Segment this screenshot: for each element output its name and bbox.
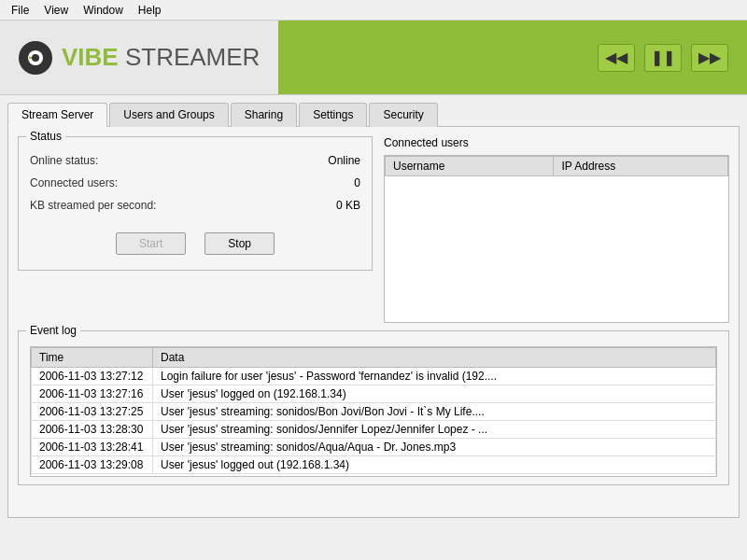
- connected-users-value: 0: [354, 176, 360, 189]
- logo-text: VIBE STREAMER: [62, 43, 260, 72]
- tab-stream-server[interactable]: Stream Server: [7, 103, 107, 127]
- online-status-value: Online: [328, 154, 360, 167]
- event-time: 2006-11-03 13:28:30: [32, 421, 153, 439]
- logo-area: VIBE STREAMER: [0, 21, 278, 94]
- event-data: User 'jesus' logged on (192.168.1.34): [153, 385, 716, 403]
- event-data: User 'jesus' logged out (192.168.1.34): [153, 456, 716, 474]
- right-panel: Connected users Username IP Address: [384, 136, 729, 323]
- online-status-label: Online status:: [30, 154, 98, 167]
- start-button[interactable]: Start: [116, 232, 186, 255]
- menu-help[interactable]: Help: [131, 2, 169, 19]
- event-log-row: 2006-11-03 13:28:30User 'jesus' streamin…: [32, 421, 716, 439]
- menu-file[interactable]: File: [4, 2, 36, 19]
- col-username: Username: [386, 157, 554, 176]
- event-log-scroll[interactable]: Time Data 2006-11-03 13:27:12Login failu…: [30, 346, 717, 477]
- tab-security[interactable]: Security: [369, 103, 437, 127]
- event-col-time: Time: [32, 348, 153, 368]
- menubar: File View Window Help: [0, 0, 747, 21]
- event-data: Login failure for user 'jesus' - Passwor…: [153, 368, 716, 385]
- logo-vibe: VIBE: [62, 43, 119, 71]
- event-time: 2006-11-03 13:27:16: [32, 385, 153, 403]
- event-table: Time Data 2006-11-03 13:27:12Login failu…: [31, 347, 716, 474]
- kb-streamed-label: KB streamed per second:: [30, 199, 156, 212]
- stop-button[interactable]: Stop: [204, 232, 275, 255]
- event-log-row: 2006-11-03 13:27:16User 'jesus' logged o…: [32, 385, 716, 403]
- menu-window[interactable]: Window: [76, 2, 131, 19]
- status-group-title: Status: [26, 130, 65, 143]
- status-row-users: Connected users: 0: [30, 175, 360, 191]
- event-log-title: Event log: [26, 324, 80, 337]
- svg-rect-2: [29, 57, 32, 59]
- event-log-wrapper[interactable]: Time Data 2006-11-03 13:27:12Login failu…: [30, 346, 717, 477]
- users-table: Username IP Address: [385, 156, 728, 176]
- event-data: User 'jesus' streaming: sonidos/Jennifer…: [153, 421, 716, 439]
- tab-users-and-groups[interactable]: Users and Groups: [109, 103, 228, 127]
- event-data: User 'jesus' streaming: sonidos/Bon Jovi…: [153, 403, 716, 421]
- event-data: User 'jesus' streaming: sonidos/Aqua/Aqu…: [153, 439, 716, 456]
- connected-users-label: Connected users:: [30, 176, 118, 189]
- logo-icon: [19, 41, 52, 75]
- next-button[interactable]: ▶▶: [691, 44, 728, 72]
- event-log-row: 2006-11-03 13:27:25User 'jesus' streamin…: [32, 403, 716, 421]
- connected-users-box: Username IP Address: [384, 155, 729, 323]
- pause-button[interactable]: ❚❚: [644, 44, 682, 72]
- status-group: Status Online status: Online Connected u…: [18, 136, 373, 271]
- status-row-online: Online status: Online: [30, 152, 360, 169]
- header: VIBE STREAMER ◀◀ ❚❚ ▶▶: [0, 21, 747, 95]
- col-ip: IP Address: [554, 157, 728, 176]
- menu-view[interactable]: View: [36, 2, 76, 19]
- prev-button[interactable]: ◀◀: [598, 44, 635, 72]
- kb-streamed-value: 0 KB: [336, 199, 360, 212]
- event-time: 2006-11-03 13:28:41: [32, 439, 153, 456]
- main-content: Stream Server Users and Groups Sharing S…: [0, 95, 747, 525]
- event-time: 2006-11-03 13:29:08: [32, 456, 153, 474]
- tab-settings[interactable]: Settings: [299, 103, 367, 127]
- event-col-data: Data: [153, 348, 716, 368]
- event-time: 2006-11-03 13:27:25: [32, 403, 153, 421]
- tab-bar: Stream Server Users and Groups Sharing S…: [7, 103, 740, 127]
- left-panel: Status Online status: Online Connected u…: [18, 136, 373, 323]
- status-row-kb: KB streamed per second: 0 KB: [30, 197, 360, 214]
- connected-users-title: Connected users: [384, 136, 729, 149]
- event-log-group: Event log Time Data 2006-11-03 13:27:1: [18, 330, 729, 485]
- logo-streamer: STREAMER: [119, 43, 261, 71]
- event-time: 2006-11-03 13:27:12: [32, 368, 153, 385]
- tab-body: Status Online status: Online Connected u…: [18, 136, 729, 323]
- controls-area: ◀◀ ❚❚ ▶▶: [278, 21, 747, 94]
- tab-sharing[interactable]: Sharing: [231, 103, 297, 127]
- svg-point-1: [32, 54, 39, 62]
- event-log-section: Event log Time Data 2006-11-03 13:27:1: [18, 330, 729, 485]
- event-log-row: 2006-11-03 13:27:12Login failure for use…: [32, 368, 716, 385]
- action-btn-row: Start Stop: [30, 232, 360, 262]
- event-log-row: 2006-11-03 13:28:41User 'jesus' streamin…: [32, 439, 716, 456]
- tab-content: Status Online status: Online Connected u…: [7, 126, 740, 518]
- event-log-row: 2006-11-03 13:29:08User 'jesus' logged o…: [32, 456, 716, 474]
